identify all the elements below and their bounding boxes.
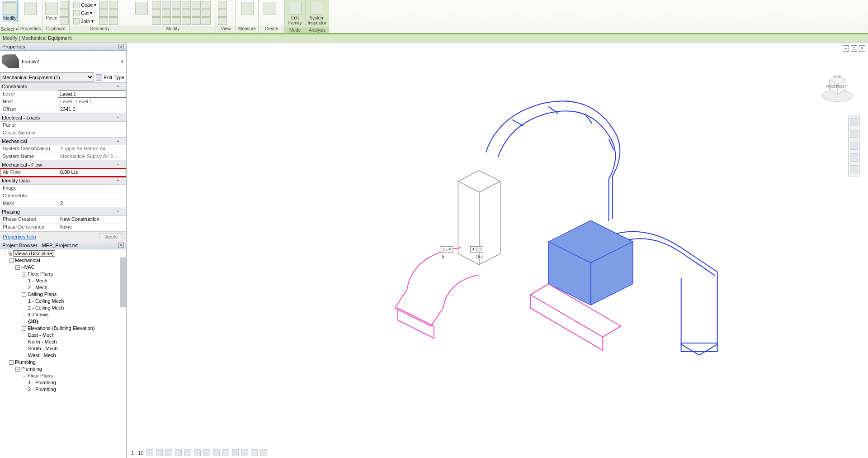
close-browser-button[interactable]: × — [118, 243, 124, 248]
temp-hide-button[interactable] — [222, 449, 229, 456]
image-value[interactable] — [58, 185, 126, 192]
cat-constraints[interactable]: Constraints — [0, 82, 126, 91]
mod-f[interactable] — [162, 17, 171, 25]
level-value[interactable]: Level 1 — [58, 91, 126, 98]
rendering-button[interactable] — [184, 449, 191, 456]
cat-mech-flow[interactable]: Mechanical - Flow — [0, 161, 126, 169]
geom-e[interactable] — [109, 9, 118, 17]
tree-views-root[interactable]: −⎘ Views (Discipline) — [1, 250, 125, 257]
mod-h[interactable] — [172, 9, 181, 17]
cut-button[interactable]: Cut ▾ — [71, 9, 98, 17]
measure-button[interactable] — [238, 1, 256, 16]
mod-q[interactable] — [202, 9, 211, 17]
geom-a[interactable] — [99, 1, 108, 9]
mod-l[interactable] — [182, 17, 191, 25]
tree-elevations[interactable]: −Elevations (Building Elevation) — [20, 325, 125, 332]
view-a[interactable] — [218, 1, 227, 9]
orbit-button[interactable] — [850, 153, 858, 162]
viewport-3d[interactable]: – □ × — [127, 43, 868, 458]
walk-button[interactable] — [850, 165, 858, 173]
mod-c[interactable] — [152, 17, 161, 25]
view-scale[interactable]: 1 : 10 — [131, 450, 144, 456]
tree-hvac[interactable]: −HVAC — [14, 264, 125, 271]
mod-m[interactable] — [192, 1, 201, 9]
phasec-value[interactable]: New Construction — [58, 216, 126, 223]
geom-c[interactable] — [99, 17, 108, 25]
mod-k[interactable] — [182, 9, 191, 17]
offset-value[interactable]: 2341.0 — [58, 106, 126, 113]
apply-button[interactable]: Apply — [99, 233, 123, 240]
comments-value[interactable] — [58, 192, 126, 200]
geom-d[interactable] — [109, 1, 118, 9]
tree-north[interactable]: North - Mech — [26, 339, 125, 345]
tree-ceil1[interactable]: 1 - Ceiling Mech — [26, 298, 125, 305]
tree-plumb-fplans[interactable]: −Floor Plans — [20, 372, 125, 379]
detail-level-button[interactable] — [146, 449, 153, 456]
tree-ceiling-plans[interactable]: −Ceiling Plans — [20, 291, 125, 298]
visual-style-button[interactable] — [156, 449, 163, 456]
tree-ceil2[interactable]: 2 - Ceiling Mech — [26, 305, 125, 311]
crop-view-button[interactable] — [194, 449, 201, 456]
analytical-button[interactable] — [241, 449, 248, 456]
connector-out[interactable]: ✦ □ — [470, 246, 483, 253]
connector-in[interactable]: □ ✦ — [440, 246, 453, 253]
cat-electrical[interactable]: Electrical - Loads — [0, 114, 126, 122]
cat-identity[interactable]: Identity Data — [0, 177, 126, 185]
zoom-button[interactable] — [850, 142, 858, 150]
phased-value[interactable]: None — [58, 224, 126, 231]
tree-3d-views[interactable]: −3D Views — [20, 311, 125, 318]
mod-j[interactable] — [182, 1, 191, 9]
tree-floor-plans[interactable]: −Floor Plans — [20, 271, 125, 277]
tree-south[interactable]: South - Mech — [26, 345, 125, 352]
mod-e[interactable] — [162, 9, 171, 17]
tree-east[interactable]: East - Mech — [26, 332, 125, 339]
mod-r[interactable] — [202, 17, 211, 25]
constraints-button[interactable] — [251, 449, 258, 456]
tree-plumb2[interactable]: 2 - Plumbing — [26, 386, 125, 393]
cat-phasing[interactable]: Phasing — [0, 208, 126, 216]
tree-current-3d[interactable]: {3D} — [26, 318, 125, 325]
tree-plumbing2[interactable]: −Plumbing — [14, 366, 125, 372]
close-properties-button[interactable]: × — [118, 44, 124, 49]
mod-g[interactable] — [172, 1, 181, 9]
select-modify-button[interactable]: Modify — [2, 1, 18, 22]
properties-title-bar[interactable]: Properties × — [0, 43, 126, 51]
join-button[interactable]: Join ▾ — [71, 17, 98, 25]
tree-mech2[interactable]: 2 - Mech — [26, 284, 125, 291]
pan-button[interactable] — [850, 130, 858, 138]
mod-o[interactable] — [192, 17, 201, 25]
view-b[interactable] — [218, 9, 227, 17]
view-c[interactable] — [218, 17, 227, 25]
cope-button[interactable]: Cope ▾ — [71, 1, 98, 9]
create-button[interactable] — [260, 1, 279, 16]
shadows-button[interactable] — [175, 449, 182, 456]
cat-mechanical[interactable]: Mechanical — [0, 137, 126, 145]
mod-p[interactable] — [202, 1, 211, 9]
project-browser-title-bar[interactable]: Project Browser - MEP_Project.rvt × — [0, 241, 126, 249]
system-inspector-button[interactable]: System Inspector — [307, 1, 326, 26]
full-nav-wheel-button[interactable] — [850, 118, 858, 126]
instance-filter-select[interactable]: Mechanical Equipment (1) — [0, 72, 94, 82]
tree-mechanical[interactable]: −Mechanical — [7, 257, 125, 264]
cut-clip-button[interactable] — [60, 1, 69, 9]
mod-a[interactable] — [152, 1, 161, 9]
tree-plumb1[interactable]: 1 - Plumbing — [26, 379, 125, 386]
crop-region-button[interactable] — [203, 449, 210, 456]
match-button[interactable] — [60, 17, 69, 25]
airflow-input[interactable] — [60, 169, 124, 175]
airflow-value[interactable] — [58, 169, 126, 176]
mod-n[interactable] — [192, 9, 201, 17]
sun-path-button[interactable] — [165, 449, 172, 456]
activate-button[interactable] — [132, 1, 151, 16]
family-type-selector[interactable]: Family2 ▼ — [0, 51, 126, 72]
geom-b[interactable] — [99, 9, 108, 17]
mod-i[interactable] — [172, 17, 181, 25]
copy-clip-button[interactable] — [60, 9, 69, 17]
mod-b[interactable] — [152, 9, 161, 17]
properties-help-link[interactable]: Properties help — [3, 234, 36, 239]
mark-value[interactable]: 2 — [58, 200, 126, 207]
edit-family-button[interactable]: Edit Family — [287, 1, 303, 26]
hidden-button[interactable] — [260, 449, 267, 456]
tree-plumbing[interactable]: −Plumbing — [7, 359, 125, 366]
browser-scrollbar-thumb[interactable] — [120, 258, 126, 307]
